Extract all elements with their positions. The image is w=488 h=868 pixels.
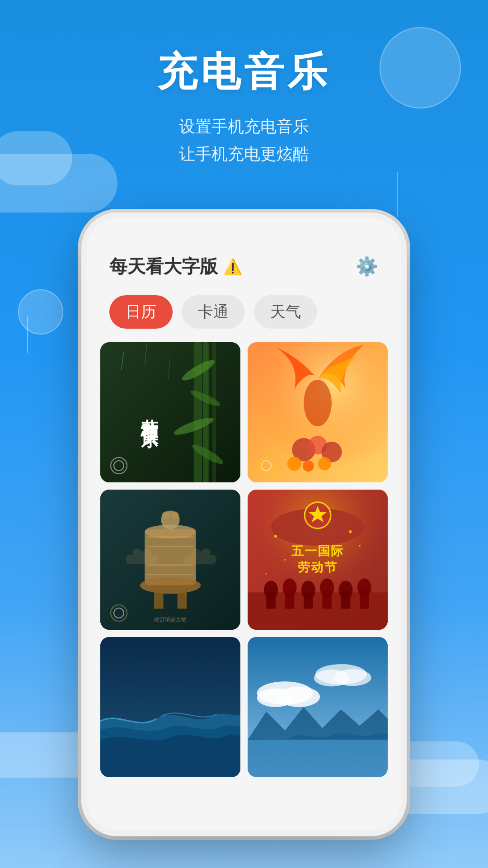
decorative-circle-mid-left (18, 289, 63, 335)
grid-card-6[interactable] (248, 637, 388, 777)
svg-point-23 (140, 577, 201, 594)
svg-rect-24 (154, 585, 164, 609)
phone-inner: 每天看大字版 ⚠️ ⚙️ 日历 卡通 天气 (87, 218, 401, 831)
svg-rect-67 (248, 740, 388, 777)
svg-rect-43 (285, 590, 295, 609)
card-1-text: 劳动节快乐 (136, 406, 162, 419)
phone-mockup: 每天看大字版 ⚠️ ⚙️ 日历 卡通 天气 (81, 212, 407, 836)
svg-rect-26 (147, 536, 193, 538)
svg-rect-25 (178, 585, 187, 609)
grid-card-1[interactable]: 劳动节快乐 (100, 342, 240, 482)
svg-text:五一国际: 五一国际 (291, 544, 344, 558)
svg-point-55 (349, 530, 352, 533)
svg-point-18 (303, 460, 314, 472)
app-header: 每天看大字版 ⚠️ ⚙️ (87, 245, 401, 288)
card-1-icon (110, 457, 127, 474)
app-title: 充电音乐 (0, 45, 488, 99)
svg-point-63 (278, 687, 320, 707)
card-2-icon (258, 457, 275, 474)
status-bar (87, 218, 401, 245)
subtitle-line1: 设置手机充电音乐 (179, 117, 309, 136)
grid-card-3[interactable]: 故宫珍品文物 (100, 490, 240, 630)
svg-point-31 (162, 512, 169, 519)
svg-point-56 (265, 573, 267, 575)
svg-point-52 (274, 535, 277, 538)
grid-card-2[interactable] (248, 342, 388, 482)
grid-card-5[interactable] (100, 637, 240, 777)
grid-card-4[interactable]: 五一国际 劳动节 (248, 490, 388, 630)
svg-point-54 (284, 559, 286, 561)
warning-icon: ⚠️ (223, 258, 242, 276)
svg-rect-28 (147, 564, 193, 566)
svg-point-53 (359, 545, 361, 547)
svg-point-66 (334, 669, 371, 686)
svg-rect-47 (322, 590, 332, 609)
svg-text:故宫珍品文物: 故宫珍品文物 (154, 616, 187, 623)
tab-calendar[interactable]: 日历 (109, 295, 173, 329)
tab-bar: 日历 卡通 天气 (87, 288, 401, 338)
decorative-line-right (397, 172, 398, 217)
tab-cartoon[interactable]: 卡通 (182, 295, 245, 329)
svg-text:劳动节: 劳动节 (298, 561, 337, 574)
tab-weather[interactable]: 天气 (254, 295, 317, 329)
svg-rect-27 (147, 546, 193, 547)
subtitle-line2: 让手机充电更炫酷 (179, 145, 309, 163)
svg-rect-51 (360, 590, 369, 609)
image-grid: 劳动节快乐 (87, 338, 401, 782)
svg-rect-45 (304, 592, 313, 609)
phone-app-title: 每天看大字版 (109, 254, 218, 279)
decorative-line-left (27, 316, 28, 353)
header-area: 充电音乐 设置手机充电音乐 让手机充电更炫酷 (0, 45, 488, 168)
settings-icon[interactable]: ⚙️ (355, 255, 379, 278)
svg-rect-49 (341, 592, 351, 609)
card-3-icon (110, 604, 127, 622)
svg-point-17 (287, 457, 301, 471)
svg-point-13 (304, 380, 332, 426)
svg-rect-41 (266, 592, 276, 609)
svg-rect-29 (147, 574, 193, 575)
app-title-row: 每天看大字版 ⚠️ (109, 254, 242, 279)
svg-point-32 (171, 512, 179, 519)
phone-screen: 每天看大字版 ⚠️ ⚙️ 日历 卡通 天气 (87, 218, 401, 831)
svg-point-19 (318, 457, 331, 470)
app-subtitle: 设置手机充电音乐 让手机充电更炫酷 (0, 113, 488, 168)
